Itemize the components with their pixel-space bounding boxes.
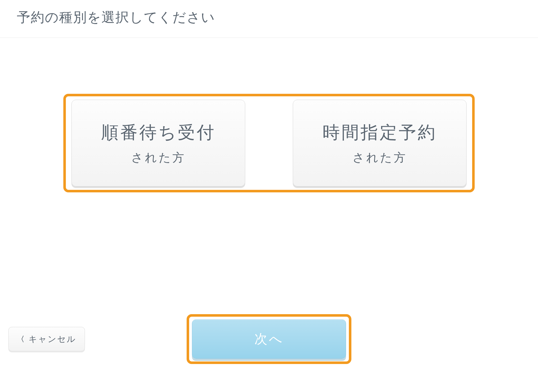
chevron-left-icon: 〈 xyxy=(17,334,25,344)
cancel-label: キャンセル xyxy=(29,333,76,345)
option-title: 時間指定予約 xyxy=(323,121,437,144)
option-subtitle: された方 xyxy=(131,150,186,165)
header: 予約の種別を選択してください xyxy=(0,0,538,38)
reservation-type-group: 順番待ち受付 された方 時間指定予約 された方 xyxy=(63,94,475,192)
option-subtitle: された方 xyxy=(353,150,407,165)
next-button[interactable]: 次へ xyxy=(192,319,346,359)
cancel-button[interactable]: 〈 キャンセル xyxy=(8,327,85,351)
next-label: 次へ xyxy=(254,330,284,348)
time-reservation-option[interactable]: 時間指定予約 された方 xyxy=(293,100,467,186)
content-area: 順番待ち受付 された方 時間指定予約 された方 xyxy=(0,38,538,192)
option-title: 順番待ち受付 xyxy=(101,121,216,144)
queue-reception-option[interactable]: 順番待ち受付 された方 xyxy=(71,100,245,186)
footer: 〈 キャンセル 次へ xyxy=(0,314,538,364)
next-button-highlight: 次へ xyxy=(187,314,351,364)
page-title: 予約の種別を選択してください xyxy=(17,8,521,26)
